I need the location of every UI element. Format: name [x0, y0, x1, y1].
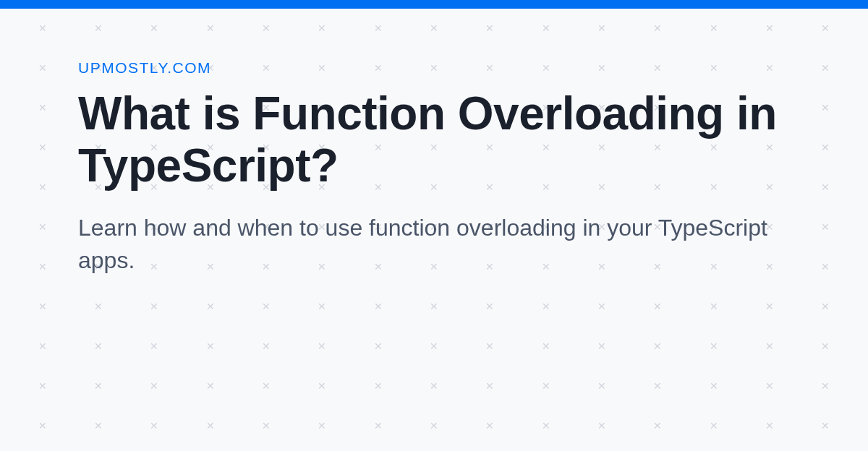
top-accent-bar [0, 0, 868, 9]
article-content: UPMOSTLY.COM What is Function Overloadin… [78, 59, 790, 277]
article-title: What is Function Overloading in TypeScri… [78, 88, 790, 192]
site-name: UPMOSTLY.COM [78, 59, 790, 77]
article-subtitle: Learn how and when to use function overl… [78, 212, 790, 277]
